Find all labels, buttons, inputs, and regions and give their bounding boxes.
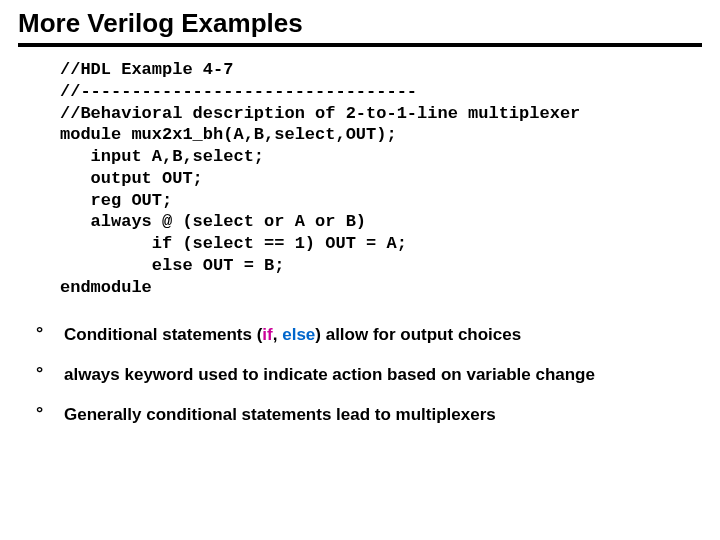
code-line: //HDL Example 4-7 [60, 60, 233, 79]
bullet-item: Conditional statements (if, else) allow … [36, 324, 702, 346]
code-line: output OUT; [60, 169, 203, 188]
bullet-text: , [273, 325, 282, 344]
keyword-if: if [262, 325, 272, 344]
code-line: module mux2x1_bh(A,B,select,OUT); [60, 125, 397, 144]
code-line: //Behavioral description of 2-to-1-line … [60, 104, 580, 123]
bullet-text: Generally conditional statements lead to… [64, 405, 496, 424]
slide: More Verilog Examples //HDL Example 4-7 … [0, 0, 720, 540]
bullet-list: Conditional statements (if, else) allow … [36, 324, 702, 426]
code-line: always @ (select or A or B) [60, 212, 366, 231]
code-line: //--------------------------------- [60, 82, 417, 101]
code-line: if (select == 1) OUT = A; [60, 234, 407, 253]
keyword-always: always [64, 365, 120, 384]
bullet-text: keyword used to indicate action based on… [120, 365, 595, 384]
bullet-item: Generally conditional statements lead to… [36, 404, 702, 426]
bullet-text: ) allow for output choices [315, 325, 521, 344]
code-line: reg OUT; [60, 191, 172, 210]
code-block: //HDL Example 4-7 //--------------------… [60, 59, 702, 298]
bullet-text: Conditional statements ( [64, 325, 262, 344]
bullet-item: always keyword used to indicate action b… [36, 364, 702, 386]
slide-title: More Verilog Examples [18, 8, 702, 47]
code-line: else OUT = B; [60, 256, 284, 275]
code-line: endmodule [60, 278, 152, 297]
code-line: input A,B,select; [60, 147, 264, 166]
keyword-else: else [282, 325, 315, 344]
